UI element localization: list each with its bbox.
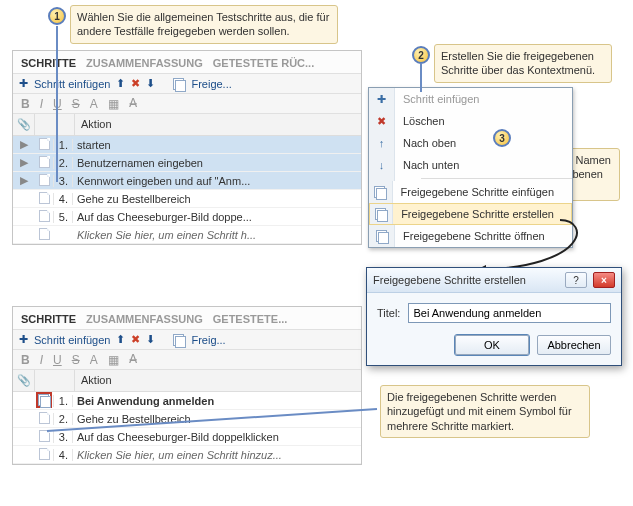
ctx-move-up[interactable]: ↑ Nach oben <box>369 132 572 154</box>
tab-getestete-b[interactable]: GETESTETE... <box>213 313 288 325</box>
format-toolbar-top: B I U S A ▦ A̶ <box>13 94 361 114</box>
tab-zusammenfassung[interactable]: ZUSAMMENFASSUNG <box>86 57 203 69</box>
strike-icon[interactable]: S <box>70 97 82 111</box>
clear-format-icon-b[interactable]: A̶ <box>127 352 139 367</box>
step-icon <box>39 174 50 186</box>
dialog-help-button[interactable]: ? <box>565 272 587 288</box>
bold-icon[interactable]: B <box>19 97 32 111</box>
step-number: 3. <box>53 431 73 443</box>
step-text: Kennwort eingeben und auf "Anm... <box>73 175 361 187</box>
callout-1: Wählen Sie die allgemeinen Testschritte … <box>70 5 338 44</box>
italic-icon-b[interactable]: I <box>38 353 45 367</box>
insert-step-icon-b[interactable]: ✚ <box>19 333 28 346</box>
table-row[interactable]: 5.Auf das Cheeseburger-Bild doppe... <box>13 208 361 226</box>
step-icon <box>39 412 50 424</box>
tab-zusammenfassung-b[interactable]: ZUSAMMENFASSUNG <box>86 313 203 325</box>
dialog-ok-button[interactable]: OK <box>455 335 529 355</box>
table-row[interactable]: 2.Gehe zu Bestellbereich <box>13 410 361 428</box>
callout-badge-3: 3 <box>493 129 511 147</box>
ctx-insert-step[interactable]: ✚ Schritt einfügen <box>369 88 572 110</box>
move-up-icon-b[interactable]: ⬆ <box>116 333 125 346</box>
step-icon <box>39 156 50 168</box>
shared-create-icon <box>375 208 387 220</box>
step-number: 5. <box>53 211 73 223</box>
format-toolbar-bottom: B I U S A ▦ A̶ <box>13 350 361 370</box>
table-row[interactable]: 4.Klicken Sie hier, um einen Schritt hin… <box>13 446 361 464</box>
dialog-titel-input[interactable] <box>408 303 611 323</box>
ctx-move-down[interactable]: ↓ Nach unten <box>369 154 572 176</box>
step-icon <box>39 448 50 460</box>
ctx-shared-insert[interactable]: Freigegebene Schritte einfügen <box>369 181 572 203</box>
strike-icon-b[interactable]: S <box>70 353 82 367</box>
tab-schritte-b[interactable]: SCHRITTE <box>21 313 76 325</box>
step-number: 1. <box>53 395 73 407</box>
step-number: 4. <box>53 449 73 461</box>
table-row[interactable]: ▶1. starten <box>13 136 361 154</box>
dialog-cancel-button[interactable]: Abbrechen <box>537 335 611 355</box>
context-menu: ✚ Schritt einfügen ✖ Löschen ↑ Nach oben… <box>368 87 573 248</box>
callout-2: Erstellen Sie die freigegebenen Schritte… <box>434 44 612 83</box>
arrow-down-icon: ↓ <box>379 159 385 171</box>
steps-panel-bottom: SCHRITTE ZUSAMMENFASSUNG GETESTETE... ✚ … <box>12 306 362 465</box>
ctx-shared-create[interactable]: Freigegebene Schritte erstellen <box>369 203 572 225</box>
step-number: 4. <box>53 193 73 205</box>
shared-insert-icon <box>374 186 386 198</box>
step-icon <box>39 192 50 204</box>
column-header-bottom: 📎 Aktion <box>13 370 361 392</box>
delete-step-icon[interactable]: ✖ <box>131 77 140 90</box>
ctx-delete[interactable]: ✖ Löschen <box>369 110 572 132</box>
highlight-icon-b[interactable]: ▦ <box>106 353 121 367</box>
shared-steps-icon-b[interactable] <box>173 334 185 346</box>
multi-step-icon <box>38 394 50 406</box>
move-down-icon-b[interactable]: ⬇ <box>146 333 155 346</box>
insert-step-button[interactable]: Schritt einfügen <box>34 78 110 90</box>
column-aktion-b: Aktion <box>75 370 361 391</box>
delete-icon: ✖ <box>377 115 386 128</box>
underline-icon-b[interactable]: U <box>51 353 64 367</box>
shared-open-icon <box>376 230 388 242</box>
column-header-top: 📎 Aktion <box>13 114 361 136</box>
arrow-up-icon: ↑ <box>379 137 385 149</box>
dialog-close-button[interactable]: × <box>593 272 615 288</box>
tab-schritte[interactable]: SCHRITTE <box>21 57 76 69</box>
attachment-header-icon-b: 📎 <box>13 370 35 391</box>
highlight-icon[interactable]: ▦ <box>106 97 121 111</box>
ctx-shared-open[interactable]: Freigegebene Schritte öffnen <box>369 225 572 247</box>
move-down-icon[interactable]: ⬇ <box>146 77 155 90</box>
steps-grid-top: ▶1. starten▶2.Benutzernamen eingeben▶3.K… <box>13 136 361 244</box>
delete-step-icon-b[interactable]: ✖ <box>131 333 140 346</box>
step-number: 2. <box>53 413 73 425</box>
connector-2 <box>420 64 422 92</box>
attachment-header-icon: 📎 <box>13 114 35 135</box>
font-color-icon[interactable]: A <box>88 97 100 111</box>
create-shared-steps-dialog: Freigegebene Schritte erstellen ? × Tite… <box>366 267 622 366</box>
tabs-top: SCHRITTE ZUSAMMENFASSUNG GETESTETE RÜC..… <box>13 51 361 74</box>
table-row[interactable]: 3.Auf das Cheeseburger-Bild doppelklicke… <box>13 428 361 446</box>
table-row[interactable]: ▶2.Benutzernamen eingeben <box>13 154 361 172</box>
bold-icon-b[interactable]: B <box>19 353 32 367</box>
step-icon <box>39 430 50 442</box>
shared-steps-icon[interactable] <box>173 78 185 90</box>
steps-panel-top: SCHRITTE ZUSAMMENFASSUNG GETESTETE RÜC..… <box>12 50 362 245</box>
step-text: Klicken Sie hier, um einen Schritt hinzu… <box>73 449 361 461</box>
tabs-bottom: SCHRITTE ZUSAMMENFASSUNG GETESTETE... <box>13 307 361 330</box>
table-row[interactable]: 1.Bei Anwendung anmelden <box>13 392 361 410</box>
shared-steps-button[interactable]: Freige... <box>191 78 231 90</box>
italic-icon[interactable]: I <box>38 97 45 111</box>
insert-step-button-b[interactable]: Schritt einfügen <box>34 334 110 346</box>
steps-grid-bottom: 1.Bei Anwendung anmelden2.Gehe zu Bestel… <box>13 392 361 464</box>
shared-steps-button-b[interactable]: Freig... <box>191 334 225 346</box>
step-icon <box>39 210 50 222</box>
clear-format-icon[interactable]: A̶ <box>127 96 139 111</box>
table-row[interactable]: ▶3.Kennwort eingeben und auf "Anm... <box>13 172 361 190</box>
font-color-icon-b[interactable]: A <box>88 353 100 367</box>
step-icon <box>39 138 50 150</box>
insert-step-icon[interactable]: ✚ <box>19 77 28 90</box>
add-step-row[interactable]: Klicken Sie hier, um einen Schritt h... <box>13 226 361 244</box>
dialog-title: Freigegebene Schritte erstellen <box>373 274 526 286</box>
step-text: Benutzernamen eingeben <box>73 157 361 169</box>
connector-1 <box>56 26 58 182</box>
tab-getestete[interactable]: GETESTETE RÜC... <box>213 57 314 69</box>
move-up-icon[interactable]: ⬆ <box>116 77 125 90</box>
table-row[interactable]: 4.Gehe zu Bestellbereich <box>13 190 361 208</box>
